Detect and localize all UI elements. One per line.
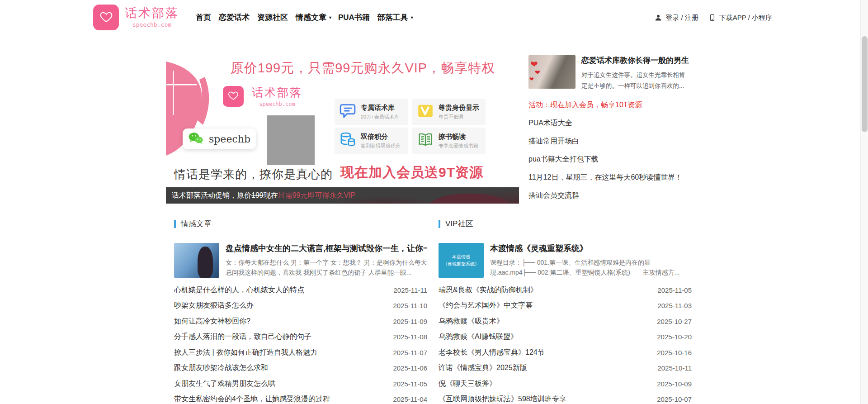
scrollbar-thumb[interactable] bbox=[862, 36, 868, 132]
section-bar-icon bbox=[439, 220, 440, 228]
sidebar-featured-article[interactable]: ❤ ❤ ❤ 恋爱话术库教你长得一般的男生... 对于追女生这件事。追女生光靠长相… bbox=[528, 55, 689, 91]
vip-post-link[interactable]: 许诺《情感宝典》2025新版 bbox=[439, 363, 527, 373]
vip-features: 专属话术库 20万+会员话术库 尊贵身份显示 尊贵不低调 bbox=[335, 99, 486, 154]
list-item: 乌鸦救赎《吸贵术》2025-10-27 bbox=[439, 314, 692, 329]
banner-logo: 话术部落 speechb.com bbox=[223, 85, 302, 107]
sidebar-link[interactable]: pua书籍大全打包下载 bbox=[528, 155, 689, 164]
qr-code-placeholder bbox=[267, 115, 315, 165]
nav-item-articles[interactable]: 情感文章▼ bbox=[295, 10, 333, 25]
wechat-id: speechb bbox=[209, 133, 250, 145]
article-date: 2025-11-05 bbox=[393, 380, 427, 388]
sidebar-link[interactable]: 搭讪常用开场白 bbox=[528, 137, 689, 146]
article-date: 2025-11-08 bbox=[393, 333, 427, 341]
promo-banner[interactable]: 原价199元，只需99元购永久VIP，畅享特权 话术部落 speechb.com bbox=[166, 53, 519, 204]
nav-item-pua-books[interactable]: PUA书籍 bbox=[338, 10, 372, 25]
article-date: 2025-11-09 bbox=[393, 318, 427, 325]
download-app-link[interactable]: 下载APP / 小程序 bbox=[708, 14, 772, 22]
article-link[interactable]: 女朋友生气了戏精男朋友怎么哄 bbox=[174, 379, 275, 389]
featured-article-title[interactable]: 盘点情感中女生的二大谎言,框架与测试毁你一生，让你一招... bbox=[226, 243, 427, 254]
sidebar-link[interactable]: 11月12日，星期三，在这里每天60秒读懂世界！ bbox=[528, 173, 689, 182]
coins-icon bbox=[339, 131, 357, 151]
article-link[interactable]: 如何让高冷女神秒回你? bbox=[174, 317, 250, 326]
vip-post-date: 2025-10-11 bbox=[657, 364, 692, 372]
list-item: 心机婊是什么样的人，心机婊女人的特点2025-11-11 bbox=[174, 282, 427, 298]
article-date: 2025-11-06 bbox=[393, 364, 427, 372]
feature-vip-status: 尊贵身份显示 尊贵不低调 bbox=[412, 99, 486, 125]
list-item: 带女生私密约会的4个圣地，让她感受浪漫的过程2025-11-04 bbox=[174, 392, 427, 404]
heart-icon bbox=[227, 90, 239, 103]
article-link[interactable]: 撩人三步法 | 教你如何正确打造自我人格魅力 bbox=[174, 348, 317, 357]
featured-article-excerpt: 女：你每天都在想什么 男：第一个字 女：想我？ 男：是啊你为什么每天总问我这样的… bbox=[226, 257, 427, 278]
activity-link[interactable]: 活动：现在加入会员，畅享10T资源 bbox=[528, 100, 689, 110]
vip-post-link[interactable]: 老李校长《男人情感宝典》124节 bbox=[439, 348, 545, 357]
featured-vip-excerpt: 课程目录：├── 001.第一课、生活和感情艰难是内在的显现.aac.mp4├─… bbox=[490, 257, 692, 278]
feature-exclusive-scripts: 专属话术库 20万+会员话术库 bbox=[335, 99, 408, 125]
vip-post-link[interactable]: 《约会与艺术国外》中文字幕 bbox=[439, 301, 533, 310]
nav-item-resources[interactable]: 资源社区 bbox=[257, 10, 290, 25]
section-emotion-articles: 情感文章 盘点情感中女生的二大谎言,框架与测试毁你一生，让你一招... 女：你每… bbox=[174, 219, 427, 404]
sidebar: ❤ ❤ ❤ 恋爱话术库教你长得一般的男生... 对于追女生这件事。追女生光靠长相… bbox=[528, 53, 689, 204]
old-price: 199 bbox=[251, 191, 264, 200]
scrollbar-track[interactable] bbox=[860, 0, 868, 404]
vip-post-date: 2025-10-20 bbox=[657, 333, 692, 341]
list-item: 乌鸦救赎《AI赚钱联盟》2025-10-20 bbox=[439, 329, 692, 345]
vip-post-date: 2025-10-16 bbox=[657, 349, 692, 356]
chat-bubble-icon bbox=[339, 102, 357, 122]
wechat-contact-badge: speechb bbox=[183, 128, 256, 149]
sidebar-link[interactable]: PUA术语大全 bbox=[528, 119, 689, 128]
section-vip-community: VIP社区 本渡情感 《灵魂重塑系统》 本渡情感《灵魂重塑系统》 课程目录：├─… bbox=[439, 219, 692, 404]
featured-article[interactable]: 盘点情感中女生的二大谎言,框架与测试毁你一生，让你一招... 女：你每天都在想什… bbox=[174, 243, 427, 278]
promo-price-highlight: 只需99元即可得永久VIP bbox=[278, 191, 356, 200]
vip-list: 瑞恩&良叔《实战的防御机制》2025-11-05 《约会与艺术国外》中文字幕20… bbox=[439, 282, 692, 404]
divider bbox=[174, 235, 427, 235]
header: 话术部落 speechb.com 首页 恋爱话术 资源社区 情感文章▼ PUA书… bbox=[0, 0, 868, 35]
list-item: 分手感人落泪的一段话，致自己心静的句子2025-11-08 bbox=[174, 329, 427, 345]
nav-item-tools[interactable]: 部落工具▼ bbox=[377, 10, 415, 25]
list-item: 老李校长《男人情感宝典》124节2025-10-16 bbox=[439, 345, 692, 361]
site-domain: speechb.com bbox=[125, 21, 179, 28]
login-register-link[interactable]: 登录 / 注册 bbox=[654, 14, 698, 22]
vip-post-link[interactable]: 瑞恩&良叔《实战的防御机制》 bbox=[439, 285, 538, 295]
list-item: 跟女朋友吵架冷战该怎么求和2025-11-06 bbox=[174, 361, 427, 376]
sidebar-link[interactable]: 搭讪会员交流群 bbox=[528, 191, 689, 200]
article-link[interactable]: 心机婊是什么样的人，心机婊女人的特点 bbox=[174, 285, 304, 295]
sidebar-featured-thumbnail: ❤ ❤ ❤ bbox=[528, 55, 576, 89]
nav-item-love-scripts[interactable]: 恋爱话术 bbox=[218, 10, 252, 25]
list-item: 如何让高冷女神秒回你?2025-11-09 bbox=[174, 314, 427, 329]
vip-post-link[interactable]: 倪《聊天三板斧》 bbox=[439, 379, 496, 389]
article-link[interactable]: 分手感人落泪的一段话，致自己心静的句子 bbox=[174, 332, 311, 342]
vip-post-date: 2025-11-03 bbox=[657, 302, 692, 309]
section-title: VIP社区 bbox=[445, 219, 473, 229]
vip-post-link[interactable]: 乌鸦救赎《AI赚钱联盟》 bbox=[439, 332, 518, 342]
vip-post-date: 2025-10-07 bbox=[657, 395, 692, 403]
heart-icon bbox=[99, 10, 113, 26]
heart-decor-icon: ❤ bbox=[535, 69, 540, 76]
vip-post-link[interactable]: 《互联网顶级把妹玩法》598培训班专享 bbox=[439, 394, 566, 404]
banner-logo-mark bbox=[223, 86, 244, 107]
promo-strip[interactable]: 话术部落活动促销，原价199现在只需99元即可得永久VIP bbox=[166, 187, 519, 204]
article-link[interactable]: 带女生私密约会的4个圣地，让她感受浪漫的过程 bbox=[174, 394, 330, 404]
featured-vip-post[interactable]: 本渡情感 《灵魂重塑系统》 本渡情感《灵魂重塑系统》 课程目录：├── 001.… bbox=[439, 243, 692, 278]
article-link[interactable]: 吵架女朋友狠话多怎么办 bbox=[174, 301, 254, 310]
heart-decor-icon: ❤ bbox=[530, 59, 538, 70]
logo-mark bbox=[93, 5, 119, 30]
list-item: 《互联网顶级把妹玩法》598培训班专享2025-10-07 bbox=[439, 392, 692, 404]
list-item: 《约会与艺术国外》中文字幕2025-11-03 bbox=[439, 298, 692, 314]
site-logo[interactable]: 话术部落 speechb.com bbox=[93, 5, 179, 30]
banner-headline: 原价199元，只需99元购永久VIP，畅享特权 bbox=[166, 59, 519, 77]
article-date: 2025-11-10 bbox=[393, 302, 427, 309]
featured-vip-title[interactable]: 本渡情感《灵魂重塑系统》 bbox=[490, 243, 692, 254]
divider bbox=[439, 235, 692, 235]
nav-item-home[interactable]: 首页 bbox=[195, 10, 213, 25]
article-link[interactable]: 跟女朋友吵架冷战该怎么求和 bbox=[174, 363, 268, 373]
list-item: 吵架女朋友狠话多怎么办2025-11-10 bbox=[174, 298, 427, 314]
vip-post-date: 2025-11-05 bbox=[657, 286, 692, 294]
featured-article-thumbnail bbox=[174, 243, 219, 278]
sidebar-featured-title[interactable]: 恋爱话术库教你长得一般的男生... bbox=[581, 55, 689, 66]
heart-decor-icon: ❤ bbox=[529, 76, 534, 82]
banner-cta[interactable]: 现在加入会员送9T资源 bbox=[340, 163, 483, 182]
vip-post-link[interactable]: 乌鸦救赎《吸贵术》 bbox=[439, 317, 504, 326]
chevron-down-icon: ▼ bbox=[328, 15, 332, 20]
main-nav: 首页 恋爱话术 资源社区 情感文章▼ PUA书籍 部落工具▼ bbox=[195, 10, 415, 25]
open-book-icon bbox=[416, 131, 434, 151]
